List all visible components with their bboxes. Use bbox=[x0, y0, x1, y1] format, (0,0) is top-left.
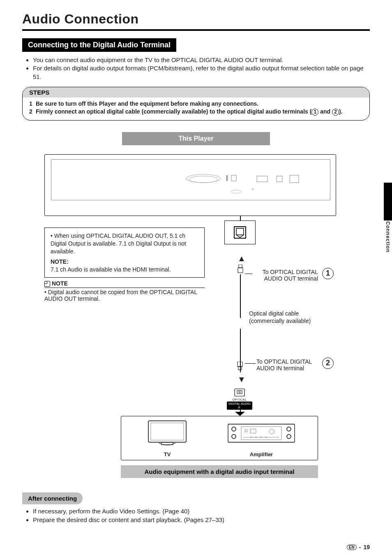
svg-point-22 bbox=[232, 427, 236, 431]
note-icon bbox=[44, 281, 50, 287]
svg-rect-12 bbox=[238, 268, 243, 273]
svg-point-25 bbox=[287, 434, 291, 439]
ref-badge-2: 2 bbox=[322, 357, 334, 369]
optical-out-port bbox=[224, 220, 256, 244]
svg-point-0 bbox=[189, 176, 218, 183]
steps-box: STEPS 1Be sure to turn off this Player a… bbox=[22, 87, 370, 121]
svg-rect-21 bbox=[228, 424, 295, 442]
svg-point-34 bbox=[265, 437, 267, 438]
after-connecting-heading: After connecting bbox=[22, 492, 83, 504]
svg-rect-4 bbox=[257, 176, 267, 182]
player-rear-svg bbox=[51, 160, 331, 201]
tv-icon bbox=[143, 418, 192, 448]
after-connecting-bullets: If necessary, perform the Audio Video Se… bbox=[26, 507, 370, 524]
svg-rect-10 bbox=[236, 228, 244, 235]
svg-point-33 bbox=[261, 437, 262, 438]
svg-point-27 bbox=[245, 429, 247, 432]
page-title: Audio Connection bbox=[22, 12, 370, 27]
label-optical-in: To OPTICAL DIGITALAUDIO IN terminal bbox=[256, 358, 326, 371]
steps-heading: STEPS bbox=[23, 87, 369, 97]
svg-rect-11 bbox=[239, 265, 242, 268]
amplifier-icon bbox=[226, 418, 296, 448]
svg-point-24 bbox=[287, 427, 291, 431]
pointer-triangle bbox=[235, 412, 245, 416]
info-box: • When using OPTICAL DIGITAL AUDIO OUT, … bbox=[44, 227, 205, 278]
svg-rect-28 bbox=[250, 429, 256, 433]
svg-rect-16 bbox=[237, 390, 242, 394]
svg-rect-20 bbox=[161, 442, 173, 445]
svg-rect-15 bbox=[235, 389, 244, 396]
side-tab-highlight bbox=[384, 183, 392, 220]
optical-plug-bottom bbox=[237, 362, 243, 372]
page-number: 19 bbox=[363, 544, 370, 550]
intro-bullet: You can connect audio equipment or the T… bbox=[33, 56, 370, 64]
section-heading: Connecting to the Digital Audio Terminal bbox=[22, 38, 176, 52]
this-player-label: This Player bbox=[122, 132, 270, 145]
svg-rect-2 bbox=[226, 175, 228, 181]
svg-rect-26 bbox=[241, 427, 281, 440]
label-optical-out: To OPTICAL DIGITALAUDIO OUT terminal bbox=[252, 269, 318, 282]
svg-rect-13 bbox=[238, 362, 242, 367]
connection-diagram: • When using OPTICAL DIGITAL AUDIO OUT, … bbox=[22, 145, 370, 491]
intro-bullet: For details on digital audio output form… bbox=[33, 64, 370, 81]
svg-rect-19 bbox=[151, 423, 184, 440]
audio-equipment-frame: TV Amplifier bbox=[121, 416, 318, 460]
svg-rect-5 bbox=[277, 176, 282, 182]
cable-label: Optical digital cable (commercially avai… bbox=[249, 310, 331, 325]
svg-point-1 bbox=[186, 174, 221, 183]
svg-rect-18 bbox=[148, 421, 186, 442]
svg-point-23 bbox=[232, 434, 236, 439]
svg-rect-14 bbox=[238, 367, 242, 370]
player-inner bbox=[51, 159, 330, 200]
language-badge: EN bbox=[347, 545, 357, 550]
ref-badge-1: 1 bbox=[322, 268, 334, 279]
page-footer: EN - 19 bbox=[347, 544, 370, 550]
svg-point-7 bbox=[231, 190, 241, 193]
secondary-note: NOTE • Digital audio cannot be copied fr… bbox=[44, 280, 205, 302]
svg-point-31 bbox=[251, 437, 252, 438]
ref-badge: 2 bbox=[332, 109, 339, 116]
title-rule bbox=[22, 29, 370, 31]
after-bullet: If necessary, perform the Audio Video Se… bbox=[33, 507, 370, 515]
step-item: 2Firmly connect an optical digital cable… bbox=[29, 108, 363, 116]
svg-rect-6 bbox=[290, 175, 299, 183]
side-section-label: Connection bbox=[384, 221, 392, 254]
svg-point-17 bbox=[239, 391, 240, 393]
step-item: 1Be sure to turn off this Player and the… bbox=[29, 100, 363, 108]
after-bullet: Prepare the desired disc or content and … bbox=[33, 515, 370, 524]
arrow-down-icon: ▼ bbox=[238, 375, 246, 384]
ref-badge: 1 bbox=[311, 109, 318, 116]
intro-bullets: You can connect audio equipment or the T… bbox=[26, 56, 370, 81]
svg-rect-3 bbox=[231, 175, 236, 181]
svg-point-8 bbox=[252, 188, 254, 190]
optical-in-port: OPTICAL DIGITAL AUDIO IN bbox=[227, 388, 252, 410]
svg-point-32 bbox=[256, 437, 257, 438]
equipment-caption: Audio equipment with a digital audio inp… bbox=[121, 465, 318, 478]
svg-point-29 bbox=[269, 429, 274, 434]
arrow-up-icon: ▲ bbox=[238, 254, 246, 263]
optical-plug-top bbox=[238, 265, 243, 275]
